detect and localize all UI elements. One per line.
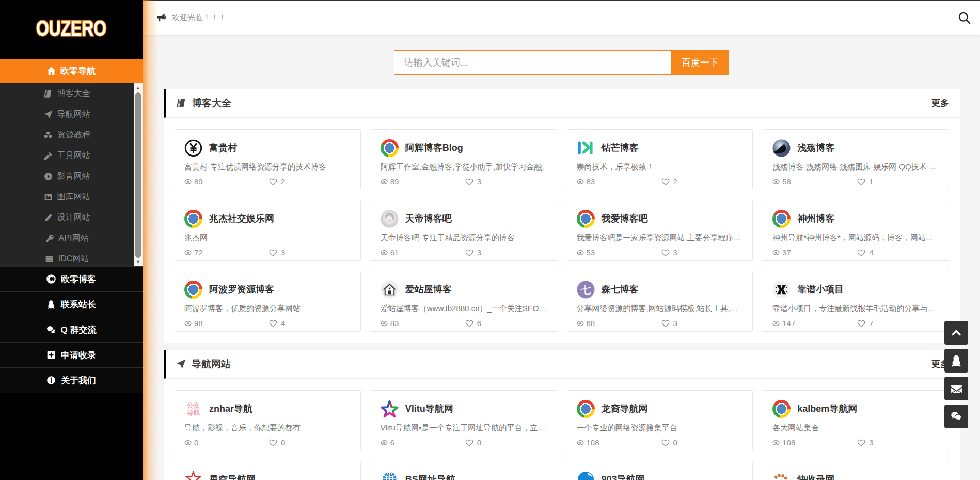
svg-text:导航: 导航 — [187, 409, 200, 416]
svg-text:七: 七 — [580, 284, 591, 295]
svg-text:公众: 公众 — [186, 401, 200, 409]
